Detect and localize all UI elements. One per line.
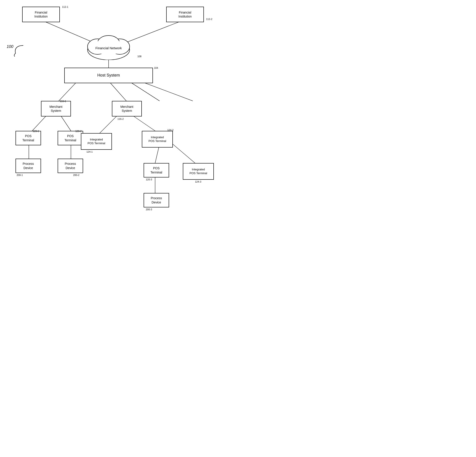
financial-network-cloud: Financial Network	[80, 29, 137, 60]
ms2-ref: 116-2	[118, 118, 124, 120]
svg-line-14	[173, 144, 195, 163]
pd3-ref: 200-3	[146, 208, 152, 211]
process-device-3-box: ProcessDevice	[144, 193, 169, 207]
pos-terminal-1-box: POSTerminal	[16, 131, 41, 145]
svg-line-9	[100, 114, 119, 133]
svg-line-6	[140, 81, 193, 101]
integrated-pos-3-box: IntegratedPOS Terminal	[183, 163, 214, 180]
integrated-pos-1-label: IntegratedPOS Terminal	[87, 138, 105, 145]
fn-ref: 108	[137, 55, 141, 58]
integrated-pos-2-box: IntegratedPOS Terminal	[142, 131, 173, 148]
pos-terminal-2-box: POSTerminal	[58, 131, 83, 145]
integrated-pos-1-box: IntegratedPOS Terminal	[81, 133, 112, 150]
merchant-system-1-label: MerchantSystem	[49, 105, 62, 113]
financial-institution-1-box: FinancialInstitution	[22, 7, 60, 22]
financial-institution-2-label: FinancialInstitution	[178, 10, 192, 18]
pos-terminal-3-label: POSTerminal	[151, 166, 162, 174]
fi1-ref: 112-1	[62, 6, 68, 8]
merchant-system-1-box: MerchantSystem	[41, 101, 71, 116]
financial-institution-1-label: FinancialInstitution	[34, 10, 48, 18]
svg-line-8	[60, 114, 71, 131]
process-device-2-label: ProcessDevice	[65, 162, 76, 170]
pt2-ref: 120-2	[75, 130, 82, 132]
merchant-system-2-label: MerchantSystem	[120, 105, 133, 113]
pos-terminal-3-box: POSTerminal	[144, 163, 169, 177]
pd1-ref: 200-1	[17, 174, 23, 176]
svg-line-7	[32, 114, 48, 131]
pos-terminal-2-label: POSTerminal	[65, 134, 76, 142]
svg-line-3	[59, 81, 77, 101]
ipt2-ref: 124-2	[167, 129, 173, 131]
svg-line-10	[131, 114, 155, 131]
process-device-2-box: ProcessDevice	[58, 159, 83, 173]
process-device-1-box: ProcessDevice	[16, 159, 41, 173]
svg-line-4	[109, 81, 126, 101]
svg-text:Financial Network: Financial Network	[95, 46, 122, 50]
diagram-container: 100 FinancialInstitution 112-1 Financial…	[0, 0, 238, 228]
process-device-1-label: ProcessDevice	[23, 162, 34, 170]
merchant-system-2-box: MerchantSystem	[112, 101, 142, 116]
ipt3-ref: 124-3	[195, 180, 201, 183]
pd2-ref: 200-2	[73, 174, 79, 176]
curly-arrow	[12, 43, 26, 57]
fi2-ref: 112-2	[206, 18, 212, 20]
integrated-pos-2-label: IntegratedPOS Terminal	[148, 136, 166, 143]
integrated-pos-3-label: IntegratedPOS Terminal	[189, 168, 207, 175]
pt3-ref: 120-3	[146, 178, 152, 181]
pt1-ref: 120-1	[33, 130, 39, 132]
pos-terminal-1-label: POSTerminal	[22, 134, 34, 142]
ipt1-ref: 124-1	[86, 150, 93, 153]
financial-institution-2-box: FinancialInstitution	[166, 7, 204, 22]
process-device-3-label: ProcessDevice	[151, 196, 162, 204]
hs-ref: 104	[154, 67, 158, 69]
ms1-ref: 116-1	[60, 100, 66, 103]
host-system-box: Host System	[64, 68, 153, 83]
host-system-label: Host System	[97, 73, 120, 78]
svg-line-5	[128, 81, 160, 101]
